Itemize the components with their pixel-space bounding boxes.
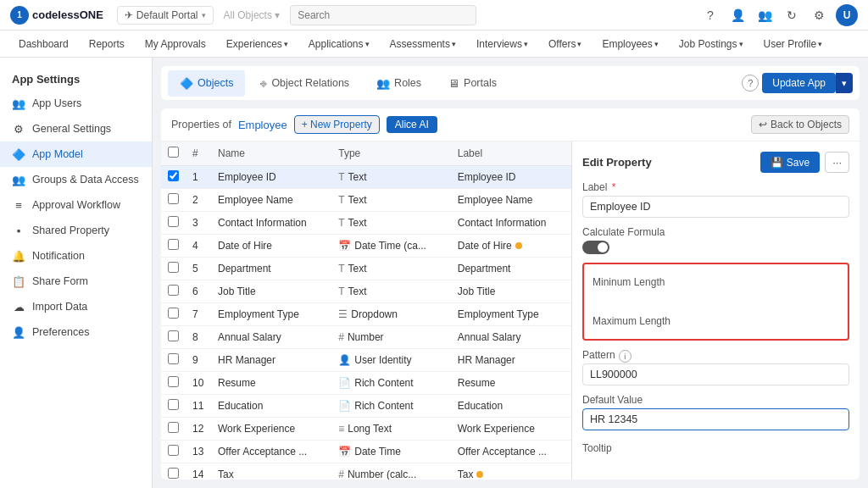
dot-indicator	[476, 471, 483, 478]
tabs-row: 🔷 Objects ⎆ Object Relations 👥 Roles 🖥 P…	[161, 66, 860, 100]
row-checkbox[interactable]	[168, 399, 179, 410]
new-property-button[interactable]: + New Property	[294, 115, 380, 134]
row-name: Department	[211, 258, 331, 280]
label-input[interactable]	[582, 196, 849, 218]
table-row[interactable]: 5 Department TText Department	[161, 258, 571, 280]
sidebar-item-approval-workflow[interactable]: ≡ Approval Workflow	[0, 192, 152, 218]
update-app-button[interactable]: Update App	[762, 73, 836, 93]
more-options-button[interactable]: ···	[825, 152, 849, 173]
back-to-objects-button[interactable]: ↩ Back to Objects	[751, 115, 849, 134]
sidebar-item-share-form[interactable]: 📋 Share Form	[0, 269, 152, 294]
row-checkbox[interactable]	[168, 239, 179, 250]
tab-portals[interactable]: 🖥 Portals	[437, 70, 509, 97]
sidebar-item-preferences[interactable]: 👤 Preferences	[0, 319, 152, 345]
save-button[interactable]: 💾 Save	[760, 152, 820, 173]
logo-text: codelessONE	[32, 8, 103, 21]
portal-selector[interactable]: ✈ Default Portal ▾	[117, 6, 214, 25]
app-users-icon: 👥	[12, 97, 25, 110]
pattern-info-icon[interactable]: i	[619, 350, 632, 363]
table-row[interactable]: 11 Education 📄Rich Content Education	[161, 395, 571, 418]
menu-job-postings[interactable]: Job Postings	[670, 35, 752, 53]
avatar[interactable]: U	[836, 4, 858, 26]
groups-icon: 👥	[12, 173, 25, 186]
row-checkbox[interactable]	[168, 216, 179, 227]
table-row[interactable]: 10 Resume 📄Rich Content Resume	[161, 372, 571, 395]
select-all-checkbox[interactable]	[168, 147, 179, 158]
row-checkbox[interactable]	[168, 308, 179, 319]
tab-roles[interactable]: 👥 Roles	[364, 70, 433, 97]
sidebar-item-general-settings[interactable]: ⚙ General Settings	[0, 116, 152, 141]
table-row[interactable]: 9 HR Manager 👤User Identity HR Manager	[161, 349, 571, 372]
table-row[interactable]: 2 Employee Name TText Employee Name	[161, 189, 571, 212]
edit-panel: Edit Property 💾 Save ··· Label *	[571, 141, 860, 480]
share-form-icon: 📋	[12, 274, 25, 288]
menu-offers[interactable]: Offers	[540, 35, 590, 53]
pattern-group: Pattern i	[582, 349, 849, 385]
table-row[interactable]: 4 Date of Hire 📅Date Time (ca... Date of…	[161, 235, 571, 258]
tab-object-relations[interactable]: ⎆ Object Relations	[248, 70, 361, 97]
table-row[interactable]: 7 Employment Type ☰Dropdown Employment T…	[161, 303, 571, 326]
settings-icon[interactable]: ⚙	[809, 5, 829, 25]
menu-applications[interactable]: Applications	[300, 35, 378, 53]
row-num: 1	[186, 166, 211, 189]
table-row[interactable]: 3 Contact Information TText Contact Info…	[161, 212, 571, 235]
sidebar-item-notification[interactable]: 🔔 Notification	[0, 243, 152, 269]
alice-ai-button[interactable]: Alice AI	[387, 116, 437, 133]
sidebar-item-import-data[interactable]: ☁ Import Data	[0, 294, 152, 319]
row-checkbox[interactable]	[168, 330, 179, 341]
menu-dashboard[interactable]: Dashboard	[10, 35, 77, 53]
row-type: TText	[331, 212, 451, 235]
sidebar-item-shared-property[interactable]: ▪ Shared Property	[0, 218, 152, 243]
sidebar-item-app-model[interactable]: 🔷 App Model	[0, 141, 152, 167]
table-row[interactable]: 1 Employee ID TText Employee ID	[161, 166, 571, 189]
user-icon[interactable]: 👤	[727, 5, 748, 25]
menu-interviews[interactable]: Interviews	[468, 35, 537, 53]
refresh-icon[interactable]: ↻	[782, 5, 802, 25]
tab-help-icon[interactable]: ?	[742, 75, 759, 92]
menu-user-profile[interactable]: User Profile	[755, 35, 832, 53]
type-icon: T	[338, 286, 344, 297]
edit-panel-actions: 💾 Save ···	[760, 152, 849, 173]
sidebar-item-groups[interactable]: 👥 Groups & Data Access	[0, 167, 152, 192]
row-checkbox[interactable]	[168, 285, 179, 296]
menu-reports[interactable]: Reports	[81, 35, 133, 53]
table-row[interactable]: 8 Annual Salary #Number Annual Salary	[161, 326, 571, 349]
row-num: 5	[186, 258, 211, 280]
two-panel: # Name Type Label 1 Employee ID TText Em…	[161, 141, 860, 480]
help-icon[interactable]: ?	[700, 5, 721, 25]
menu-employees[interactable]: Employees	[593, 35, 666, 53]
menu-assessments[interactable]: Assessments	[381, 35, 465, 53]
min-length-label: Mininum Length	[593, 273, 839, 291]
row-type: ≡Long Text	[331, 418, 451, 441]
nav-icons: ? 👤 👥 ↻ ⚙ U	[700, 4, 858, 26]
update-app-dropdown[interactable]: ▾	[836, 73, 853, 93]
table-row[interactable]: 6 Job Title TText Job Title	[161, 280, 571, 303]
row-checkbox[interactable]	[168, 422, 179, 433]
pattern-input[interactable]	[582, 363, 849, 385]
tab-objects[interactable]: 🔷 Objects	[168, 70, 245, 97]
table-row[interactable]: 14 Tax #Number (calc... Tax	[161, 463, 571, 480]
row-checkbox[interactable]	[168, 353, 179, 364]
toggle-knob	[598, 242, 608, 252]
default-value-input[interactable]	[582, 408, 849, 430]
menu-approvals[interactable]: My Approvals	[136, 35, 214, 53]
row-checkbox[interactable]	[168, 193, 179, 204]
table-row[interactable]: 13 Offer Acceptance ... 📅Date Time Offer…	[161, 441, 571, 463]
row-checkbox[interactable]	[168, 445, 179, 456]
employee-link[interactable]: Employee	[238, 119, 287, 131]
row-checkbox[interactable]	[168, 376, 179, 387]
type-icon: T	[338, 263, 344, 274]
preferences-icon: 👤	[12, 325, 25, 339]
max-length-label: Maximum Length	[593, 312, 839, 330]
menu-experiences[interactable]: Experiences	[218, 35, 297, 53]
calc-formula-toggle[interactable]	[582, 241, 609, 254]
team-icon[interactable]: 👥	[754, 5, 775, 25]
sidebar-item-app-users[interactable]: 👥 App Users	[0, 91, 152, 116]
logo-icon: 1	[10, 6, 29, 25]
search-input[interactable]	[290, 5, 476, 25]
row-checkbox[interactable]	[168, 262, 179, 273]
table-row[interactable]: 12 Work Experience ≡Long Text Work Exper…	[161, 418, 571, 441]
row-checkbox[interactable]	[168, 170, 179, 181]
all-objects-link[interactable]: All Objects ▾	[224, 9, 281, 21]
row-checkbox[interactable]	[168, 468, 179, 479]
